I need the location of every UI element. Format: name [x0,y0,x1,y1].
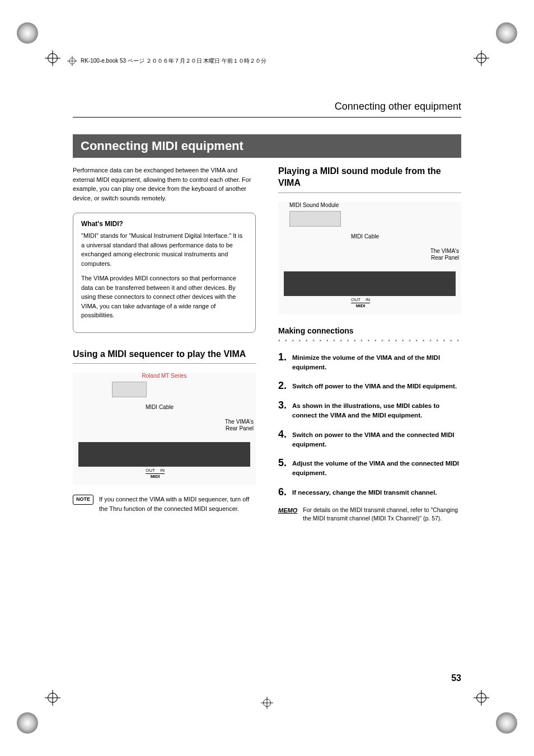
diagram-top-label: Roland MT Series [73,373,256,379]
diagram-top-label: MIDI Sound Module [289,202,339,208]
diagram-sequencer: Roland MT Series MIDI Cable The VIMA's R… [73,373,256,485]
step-text: Adjust the volume of the VIMA and the co… [292,457,461,478]
step-text: As shown in the illustrations, use MIDI … [292,400,461,421]
note-row: NOTE If you connect the VIMA with a MIDI… [73,495,256,513]
step-4: 4. Switch on power to the VIMA and the c… [278,429,461,450]
step-1: 1. Minimize the volume of the VIMA and o… [278,351,461,373]
left-subheading: Using a MIDI sequencer to play the VIMA [73,349,256,364]
note-text: If you connect the VIMA with a MIDI sequ… [99,495,256,513]
step-number: 1. [278,351,287,373]
panel-label-2: Rear Panel [226,425,254,431]
note-tag: NOTE [73,495,93,505]
rule [73,117,461,118]
step-text: Switch on power to the VIMA and the conn… [292,429,461,450]
section-title: Connecting MIDI equipment [73,134,461,158]
whats-midi-title: What's MIDI? [81,220,247,228]
panel-label-1: The VIMA's [430,248,459,254]
dotted-rule: • • • • • • • • • • • • • • • • • • • • … [278,337,461,344]
panel-label-2: Rear Panel [431,255,459,261]
memo-text: For details on the MIDI transmit channel… [303,506,461,524]
step-number: 4. [278,429,287,450]
whats-midi-box: What's MIDI? "MIDI" stands for "Musical … [73,213,256,333]
device-box [289,211,341,227]
cable-label: MIDI Cable [146,404,174,410]
step-text: If necessary, change the MIDI transmit c… [292,486,437,498]
print-mark-tl [17,22,62,67]
step-number: 2. [278,380,287,392]
step-text: Switch off power to the VIMA and the MID… [292,380,457,392]
whats-midi-p2: The VIMA provides MIDI connectors so tha… [81,274,247,320]
footer-crosshair-icon [261,697,273,711]
port-labels: OUT IN MIDI [146,468,165,479]
step-6: 6. If necessary, change the MIDI transmi… [278,486,461,498]
step-text: Minimize the volume of the VIMA and of t… [292,351,461,373]
memo-tag: MEMO [278,506,297,524]
cable-label: MIDI Cable [351,233,379,240]
print-mark-bl [17,689,62,734]
panel-label-1: The VIMA's [225,419,254,425]
header-book-info: RK-100-e.book 53 ページ ２００６年７月２０日 木曜日 午前１０… [67,56,266,66]
diagram-sound-module: MIDI Sound Module MIDI Cable The VIMA's … [278,202,461,314]
rear-panel [78,442,250,467]
chapter-title: Connecting other equipment [73,101,461,112]
step-number: 5. [278,457,287,478]
header-text: RK-100-e.book 53 ページ ２００６年７月２０日 木曜日 午前１０… [81,57,266,65]
print-mark-tr [472,22,517,67]
intro-paragraph: Performance data can be exchanged betwee… [73,166,256,203]
step-2: 2. Switch off power to the VIMA and the … [278,380,461,392]
memo-row: MEMO For details on the MIDI transmit ch… [278,506,461,524]
device-box [112,382,147,397]
whats-midi-p1: "MIDI" stands for "Musical Instrument Di… [81,231,247,268]
making-connections-title: Making connections [278,326,461,335]
step-number: 6. [278,486,287,498]
page-number: 53 [451,673,461,683]
rear-panel [284,271,456,296]
port-labels: OUT IN MIDI [351,297,370,308]
right-subheading: Playing a MIDI sound module from the VIM… [278,166,461,193]
step-3: 3. As shown in the illustrations, use MI… [278,400,461,421]
print-mark-br [472,689,517,734]
step-number: 3. [278,400,287,421]
step-5: 5. Adjust the volume of the VIMA and the… [278,457,461,478]
